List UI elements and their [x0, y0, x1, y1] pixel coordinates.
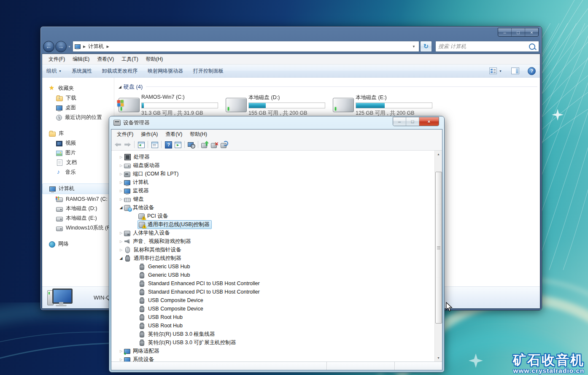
dm-menu-2[interactable]: 查看(V) [162, 131, 186, 138]
collapsed-expander-icon[interactable]: ▷ [118, 189, 124, 193]
tree-item-usb-root-hub[interactable]: USB Root Hub [111, 313, 435, 321]
toolbar-button-1[interactable]: 卸载或更改程序 [102, 67, 138, 75]
back-button[interactable]: ← [43, 41, 54, 52]
refresh-button[interactable]: ↻ [420, 41, 432, 52]
tree-item-监视器[interactable]: ▷监视器 [111, 186, 435, 195]
sidebar-item-ramos-win7-c[interactable]: RAMOS-Win7 (C: [42, 194, 114, 204]
forward-icon[interactable] [123, 140, 132, 149]
device-manager-titlebar[interactable]: 设备管理器 – □ × [109, 116, 444, 129]
expanded-expander-icon[interactable]: ◢ [118, 256, 124, 260]
explorer-titlebar[interactable]: – □ × ← → ▼ ▶ 计算机 ▶ ▼ ↻ 搜索 计算机 [40, 27, 542, 54]
explorer-menu-0[interactable]: 文件(F) [45, 56, 69, 63]
scroll-down-icon[interactable]: ▼ [435, 354, 442, 362]
sidebar-item-文档[interactable]: 文档 [42, 158, 114, 167]
uninstall-icon[interactable] [210, 140, 219, 149]
sidebar-item-网络[interactable]: 网络 [42, 239, 114, 249]
explorer-menu-2[interactable]: 查看(V) [93, 56, 118, 63]
tree-item-standard-enhanced-pci-to-usb-host-controller[interactable]: Standard Enhanced PCI to USB Host Contro… [111, 279, 435, 288]
sidebar-item-计算机[interactable]: 计算机 [42, 183, 114, 194]
properties-icon[interactable] [150, 140, 159, 149]
toolbar-button-0[interactable]: 系统属性 [72, 67, 92, 75]
address-bar[interactable]: ▶ 计算机 ▶ ▼ [73, 41, 419, 52]
back-icon[interactable] [113, 140, 123, 149]
tree-item-声音-视频和游戏控制器[interactable]: ▷声音、视频和游戏控制器 [111, 237, 435, 246]
group-collapse-icon[interactable]: ◢ [119, 85, 121, 89]
sidebar-item-最近访问的位置[interactable]: 最近访问的位置 [42, 113, 114, 122]
scan-computer-icon[interactable] [186, 140, 196, 149]
toolbar-button-3[interactable]: 打开控制面板 [193, 67, 224, 75]
maximize-button[interactable]: □ [511, 28, 525, 36]
close-button[interactable]: × [525, 28, 538, 36]
tree-item-pci-设备[interactable]: PCI 设备 [111, 212, 435, 220]
collapsed-expander-icon[interactable]: ▷ [118, 181, 124, 184]
search-input[interactable]: 搜索 计算机 [435, 41, 539, 52]
collapsed-expander-icon[interactable]: ▷ [118, 164, 124, 167]
vertical-scrollbar[interactable]: ▲ ▼ [434, 151, 442, 362]
search-icon[interactable] [529, 43, 535, 50]
drive-group-header[interactable]: ◢ 硬盘 (4) [119, 83, 537, 91]
tree-item-键盘[interactable]: ▷键盘 [111, 195, 435, 203]
dm-menu-1[interactable]: 操作(A) [137, 131, 162, 138]
tree-item-网络适配器[interactable]: ▷网络适配器 [111, 347, 435, 355]
collapsed-expander-icon[interactable]: ▷ [118, 240, 124, 243]
tree-item-usb-composite-device[interactable]: USB Composite Device [111, 305, 435, 313]
tree-item-其他设备[interactable]: ◢其他设备 [111, 203, 435, 212]
action-pane-icon[interactable] [173, 140, 183, 149]
tree-item-鼠标和其他指针设备[interactable]: ▷鼠标和其他指针设备 [111, 246, 435, 254]
close-button[interactable]: × [419, 117, 439, 126]
drive-tile-0[interactable]: RAMOS-Win7 (C:)31.3 GB 可用 , 共 31.9 GB [119, 94, 226, 117]
breadcrumb[interactable]: 计算机 [88, 43, 104, 50]
show-tree-icon[interactable] [136, 140, 146, 149]
tree-item-通用串行总线-usb-控制器[interactable]: 通用串行总线(USB)控制器 [111, 220, 435, 229]
tree-item-计算机[interactable]: ▷计算机 [111, 178, 435, 186]
sidebar-item-图片[interactable]: 图片 [42, 148, 114, 158]
help-icon[interactable]: ? [528, 67, 536, 75]
tree-item-usb-root-hub[interactable]: USB Root Hub [111, 321, 435, 330]
tree-item-通用串行总线控制器[interactable]: ◢通用串行总线控制器 [111, 254, 435, 262]
expanded-expander-icon[interactable]: ◢ [118, 205, 124, 210]
collapsed-expander-icon[interactable]: ▷ [118, 358, 124, 362]
sidebar-item-收藏夹[interactable]: 收藏夹 [42, 84, 114, 93]
minimize-button[interactable]: – [393, 117, 406, 126]
scrollbar-thumb[interactable] [435, 172, 442, 324]
collapsed-expander-icon[interactable]: ▷ [118, 349, 124, 353]
sidebar-item-本地磁盘-e[interactable]: 本地磁盘 (E:) [42, 213, 114, 223]
selected-item-box[interactable]: 通用串行总线(USB)控制器 [138, 220, 212, 229]
recent-pages-dropdown-icon[interactable]: ▼ [68, 45, 71, 48]
organize-button[interactable]: 组织▼ [46, 67, 62, 75]
tree-item-英特尔-r-usb-3-0-根集线器[interactable]: 英特尔(R) USB 3.0 根集线器 [111, 330, 435, 338]
breadcrumb-separator-icon[interactable]: ▶ [83, 45, 86, 49]
preview-pane-icon[interactable] [511, 67, 519, 74]
help-icon[interactable] [163, 140, 173, 149]
tree-item-人体学输入设备[interactable]: ▷人体学输入设备 [111, 229, 435, 237]
collapsed-expander-icon[interactable]: ▷ [118, 155, 124, 159]
tree-item-端口-com-和-lpt[interactable]: ▷端口 (COM 和 LPT) [111, 170, 435, 178]
collapsed-expander-icon[interactable]: ▷ [118, 248, 124, 252]
explorer-menu-1[interactable]: 编辑(E) [69, 56, 93, 63]
tree-item-磁盘驱动器[interactable]: ▷磁盘驱动器 [111, 161, 435, 170]
sidebar-item-音乐[interactable]: 音乐 [42, 167, 114, 177]
scan-changes-icon[interactable] [219, 140, 229, 149]
maximize-button[interactable]: □ [406, 117, 419, 126]
scroll-up-icon[interactable]: ▲ [435, 151, 442, 158]
tree-item-generic-usb-hub[interactable]: Generic USB Hub [111, 271, 435, 279]
forward-button[interactable]: → [55, 41, 67, 52]
sidebar-item-下载[interactable]: 下载 [42, 93, 114, 103]
drive-tile-2[interactable]: 本地磁盘 (E:)125 GB 可用 , 共 200 GB [333, 94, 440, 117]
sidebar-item-本地磁盘-d[interactable]: 本地磁盘 (D:) [42, 204, 114, 213]
collapsed-expander-icon[interactable]: ▷ [118, 172, 124, 176]
toolbar-button-2[interactable]: 映射网络驱动器 [148, 67, 183, 75]
address-dropdown-icon[interactable]: ▼ [410, 45, 417, 49]
tree-item-usb-composite-device[interactable]: USB Composite Device [111, 296, 435, 305]
minimize-button[interactable]: – [498, 28, 511, 36]
tree-item-处理器[interactable]: ▷处理器 [111, 153, 435, 161]
dm-menu-0[interactable]: 文件(F) [113, 131, 137, 138]
drive-tile-1[interactable]: 本地磁盘 (D:)155 GB 可用 , 共 200 GB [226, 94, 333, 117]
tree-item-系统设备[interactable]: ▷系统设备 [111, 355, 435, 362]
tree-item-generic-usb-hub[interactable]: Generic USB Hub [111, 262, 435, 271]
sidebar-item-windows10系统-f[interactable]: Windows10系统 (F [42, 223, 114, 233]
explorer-menu-3[interactable]: 工具(T) [118, 56, 142, 63]
sidebar-item-桌面[interactable]: 桌面 [42, 103, 114, 113]
sidebar-item-视频[interactable]: 视频 [42, 138, 114, 148]
tree-item-英特尔-r-usb-3-0-可扩展主机控制器[interactable]: 英特尔(R) USB 3.0 可扩展主机控制器 [111, 338, 435, 347]
